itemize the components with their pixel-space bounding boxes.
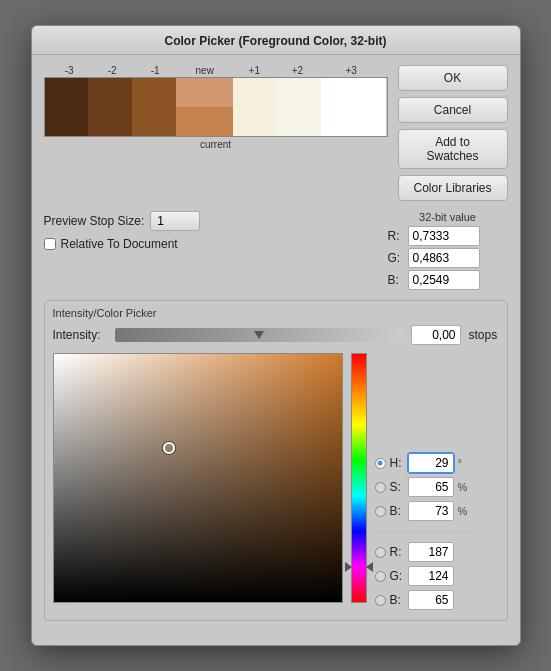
b-radio[interactable]: [375, 506, 386, 517]
bitvalue-b-input[interactable]: [408, 270, 480, 290]
color-libraries-button[interactable]: Color Libraries: [398, 175, 508, 201]
swatch-number-labels: -3 -2 -1 new +1 +2 +3: [44, 65, 388, 76]
cancel-button[interactable]: Cancel: [398, 97, 508, 123]
b-label: B:: [390, 504, 404, 518]
r-input[interactable]: [408, 542, 454, 562]
color-fields-panel: H: ° S: % B:: [375, 353, 475, 610]
h-label: H:: [390, 456, 404, 470]
swatch-p2: [277, 78, 321, 136]
color-field-dark: [54, 354, 342, 602]
hue-strip[interactable]: [351, 353, 367, 603]
buttons-column: OK Cancel Add to Swatches Color Librarie…: [398, 65, 508, 201]
values-section: Preview Stop Size: 1 2 3 Relative To Doc…: [44, 211, 508, 292]
g-rgb-field-row: G:: [375, 566, 475, 586]
intensity-label: Intensity:: [53, 328, 107, 342]
b-unit: %: [458, 505, 470, 517]
bitvalue-r-row: R:: [388, 226, 508, 246]
swatch-label-p3: +3: [319, 65, 384, 76]
h-radio[interactable]: [375, 458, 386, 469]
intensity-slider[interactable]: [115, 328, 403, 342]
intensity-value-input[interactable]: [411, 325, 461, 345]
b-rgb-input[interactable]: [408, 590, 454, 610]
picker-main: H: ° S: % B:: [53, 353, 499, 610]
preview-stop-select[interactable]: 1 2 3: [150, 211, 200, 231]
h-unit: °: [458, 457, 470, 469]
relative-to-document-checkbox[interactable]: [44, 238, 56, 250]
r-rgb-field-row: R:: [375, 542, 475, 562]
swatch-n2: [88, 78, 132, 136]
bitvalue-r-input[interactable]: [408, 226, 480, 246]
bitvalue-g-label: G:: [388, 251, 404, 265]
swatch-new-label: new: [177, 65, 233, 76]
color-field[interactable]: [53, 353, 343, 603]
color-picker-dialog: Color Picker (Foreground Color, 32-bit) …: [31, 25, 521, 646]
swatch-current-color: [176, 107, 233, 136]
add-to-swatches-button[interactable]: Add to Swatches: [398, 129, 508, 169]
current-label: current: [185, 139, 246, 150]
title-bar: Color Picker (Foreground Color, 32-bit): [32, 26, 520, 55]
swatch-n1: [132, 78, 176, 136]
h-field-row: H: °: [375, 453, 475, 473]
swatch-label-n2: -2: [91, 65, 134, 76]
b-rgb-label: B:: [390, 593, 404, 607]
g-input[interactable]: [408, 566, 454, 586]
preview-stop-label: Preview Stop Size:: [44, 214, 145, 228]
divider: [375, 531, 475, 532]
hue-strip-wrapper: [351, 353, 367, 603]
ok-button[interactable]: OK: [398, 65, 508, 91]
relative-to-document-row: Relative To Document: [44, 237, 374, 251]
s-unit: %: [458, 481, 470, 493]
swatch-n3: [45, 78, 89, 136]
swatch-new-color: [176, 78, 233, 107]
s-field-row: S: %: [375, 477, 475, 497]
preview-controls: Preview Stop Size: 1 2 3 Relative To Doc…: [44, 211, 374, 251]
swatch-area: -3 -2 -1 new +1 +2 +3: [44, 65, 388, 150]
b-input[interactable]: [408, 501, 454, 521]
swatch-p3: [321, 78, 387, 136]
dialog-title: Color Picker (Foreground Color, 32-bit): [164, 34, 386, 48]
s-input[interactable]: [408, 477, 454, 497]
b-field-row: B: %: [375, 501, 475, 521]
color-field-wrapper[interactable]: [53, 353, 343, 603]
swatch-label-n3: -3: [48, 65, 91, 76]
bitvalue-b-label: B:: [388, 273, 404, 287]
r-label: R:: [390, 545, 404, 559]
bitvalue-title: 32-bit value: [388, 211, 508, 223]
bitvalue-g-input[interactable]: [408, 248, 480, 268]
bitvalue-g-row: G:: [388, 248, 508, 268]
h-input[interactable]: [408, 453, 454, 473]
s-radio[interactable]: [375, 482, 386, 493]
s-label: S:: [390, 480, 404, 494]
bitvalue-section: 32-bit value R: G: B:: [388, 211, 508, 292]
swatch-label-p2: +2: [276, 65, 319, 76]
swatch-label-p1: +1: [233, 65, 276, 76]
hue-arrow-left: [345, 562, 352, 572]
intensity-section: Intensity/Color Picker Intensity: stops: [44, 300, 508, 621]
intensity-row: Intensity: stops: [53, 325, 499, 345]
swatch-label-n1: -1: [134, 65, 177, 76]
bitvalue-r-label: R:: [388, 229, 404, 243]
b-rgb-field-row: B:: [375, 590, 475, 610]
r-radio[interactable]: [375, 547, 386, 558]
intensity-thumb: [254, 331, 264, 339]
preview-stop-select-wrapper[interactable]: 1 2 3: [150, 211, 200, 231]
swatch-p1: [233, 78, 277, 136]
intensity-unit: stops: [469, 328, 499, 342]
hue-arrow-right: [366, 562, 373, 572]
bitvalue-b-row: B:: [388, 270, 508, 290]
swatch-strip: [44, 77, 388, 137]
g-label: G:: [390, 569, 404, 583]
g-radio[interactable]: [375, 571, 386, 582]
swatch-new-current: [176, 78, 233, 136]
current-label-row: current: [44, 139, 388, 150]
relative-to-document-label: Relative To Document: [61, 237, 178, 251]
intensity-section-title: Intensity/Color Picker: [53, 307, 499, 319]
b-rgb-radio[interactable]: [375, 595, 386, 606]
preview-stop-row: Preview Stop Size: 1 2 3: [44, 211, 374, 231]
top-section: -3 -2 -1 new +1 +2 +3: [44, 65, 508, 201]
